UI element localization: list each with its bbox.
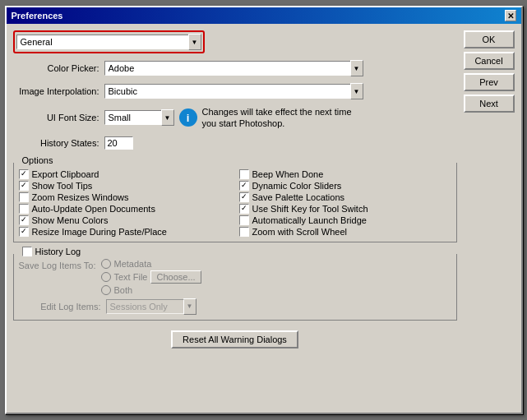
ui-font-arrow[interactable]: ▼ (161, 109, 174, 126)
checkbox-save-palette: Save Palette Locations (239, 192, 451, 202)
radio-text-file: Text File Choose... (101, 270, 201, 284)
save-palette-checkbox[interactable] (239, 192, 249, 202)
cancel-button[interactable]: Cancel (464, 52, 515, 70)
resize-image-checkbox[interactable] (19, 227, 29, 237)
image-interpolation-select-wrapper: Bicubic ▼ (104, 83, 363, 99)
section-select[interactable]: General (16, 35, 189, 49)
ui-font-row: UI Font Size: Small ▼ i Changes will tak… (13, 106, 457, 130)
history-log-body: Save Log Items To: Metadata Text File Ch… (19, 259, 451, 295)
dialog-body: General ▼ Color Picker: Adobe ▼ I (7, 24, 521, 413)
save-palette-label: Save Palette Locations (252, 192, 345, 202)
color-picker-select[interactable]: Adobe (104, 61, 351, 76)
radio-text-file-label: Text File (114, 272, 148, 282)
sessions-arrow[interactable]: ▼ (183, 298, 196, 315)
checkbox-show-tool-tips: Show Tool Tips (19, 181, 231, 191)
edit-log-row: Edit Log Items: Sessions Only ▼ (19, 298, 451, 315)
next-button[interactable]: Next (464, 95, 515, 113)
title-bar: Preferences ✕ (7, 7, 521, 24)
ui-font-select[interactable]: Small (104, 110, 162, 125)
checkbox-auto-launch-bridge: Automatically Launch Bridge (239, 215, 451, 225)
section-select-arrow[interactable]: ▼ (188, 34, 201, 50)
history-log-label: History Log (35, 247, 81, 256)
export-clipboard-checkbox[interactable] (19, 169, 29, 179)
checkbox-beep-when-done: Beep When Done (239, 169, 451, 179)
radio-metadata-label: Metadata (114, 259, 152, 269)
checkbox-dynamic-color-sliders: Dynamic Color Sliders (239, 181, 451, 191)
options-group: Options Export Clipboard Beep When Done (13, 163, 457, 242)
history-log-group: History Log Save Log Items To: Metadata … (13, 254, 457, 321)
zoom-scroll-checkbox[interactable] (239, 227, 249, 237)
sessions-select-wrapper: Sessions Only ▼ (106, 298, 196, 315)
checkbox-shift-key: Use Shift Key for Tool Switch (239, 204, 451, 214)
info-text: Changes will take effect the next time y… (202, 106, 367, 130)
prev-button[interactable]: Prev (464, 73, 515, 91)
section-select-wrapper: General ▼ (16, 34, 201, 50)
shift-key-checkbox[interactable] (239, 204, 249, 214)
radio-metadata-input[interactable] (101, 259, 111, 269)
close-button[interactable]: ✕ (505, 10, 516, 21)
radio-text-file-input[interactable] (101, 272, 111, 282)
preferences-dialog: Preferences ✕ General ▼ Color Picker: (5, 6, 523, 414)
dialog-title: Preferences (12, 11, 63, 21)
checkbox-auto-update: Auto-Update Open Documents (19, 204, 231, 214)
history-log-checkbox[interactable] (22, 247, 32, 256)
color-picker-arrow[interactable]: ▼ (350, 60, 363, 76)
history-states-row: History States: (13, 136, 457, 150)
side-buttons: OK Cancel Prev Next (457, 30, 515, 406)
image-interpolation-arrow[interactable]: ▼ (350, 83, 363, 99)
edit-log-label: Edit Log Items: (19, 302, 101, 312)
options-grid: Export Clipboard Beep When Done Show Too… (19, 169, 451, 237)
radio-metadata: Metadata (101, 259, 201, 269)
history-log-legend: History Log (19, 247, 85, 256)
shift-key-label: Use Shift Key for Tool Switch (252, 204, 368, 214)
resize-image-label: Resize Image During Paste/Place (32, 227, 167, 237)
sessions-select[interactable]: Sessions Only (106, 299, 184, 314)
save-log-label: Save Log Items To: (19, 259, 101, 295)
checkbox-resize-image: Resize Image During Paste/Place (19, 227, 231, 237)
history-states-label: History States: (13, 138, 99, 148)
zoom-resizes-checkbox[interactable] (19, 192, 29, 202)
color-picker-row: Color Picker: Adobe ▼ (13, 60, 457, 76)
choose-button[interactable]: Choose... (150, 270, 201, 284)
main-content: General ▼ Color Picker: Adobe ▼ I (13, 30, 457, 406)
beep-when-done-label: Beep When Done (252, 169, 324, 179)
radio-group: Metadata Text File Choose... Both (101, 259, 201, 295)
dynamic-color-sliders-label: Dynamic Color Sliders (252, 181, 342, 191)
image-interpolation-row: Image Interpolation: Bicubic ▼ (13, 83, 457, 99)
image-interpolation-label: Image Interpolation: (13, 86, 99, 96)
show-tool-tips-checkbox[interactable] (19, 181, 29, 191)
checkbox-show-menu-colors: Show Menu Colors (19, 215, 231, 225)
history-states-input[interactable] (104, 136, 133, 150)
radio-both: Both (101, 285, 201, 295)
show-tool-tips-label: Show Tool Tips (32, 181, 93, 191)
ok-button[interactable]: OK (464, 30, 515, 48)
image-interpolation-select[interactable]: Bicubic (104, 84, 351, 99)
ui-font-select-wrapper: Small ▼ (104, 109, 174, 126)
section-dropdown-highlight: General ▼ (13, 30, 205, 53)
dynamic-color-sliders-checkbox[interactable] (239, 181, 249, 191)
section-dropdown-row: General ▼ (13, 30, 457, 53)
color-picker-label: Color Picker: (13, 63, 99, 73)
beep-when-done-checkbox[interactable] (239, 169, 249, 179)
zoom-resizes-label: Zoom Resizes Windows (32, 192, 129, 202)
reset-button-row: Reset All Warning Dialogs (13, 330, 457, 348)
color-picker-select-wrapper: Adobe ▼ (104, 60, 363, 76)
checkbox-export-clipboard: Export Clipboard (19, 169, 231, 179)
auto-update-label: Auto-Update Open Documents (32, 204, 155, 214)
export-clipboard-label: Export Clipboard (32, 169, 99, 179)
show-menu-colors-label: Show Menu Colors (32, 215, 109, 225)
info-icon: i (179, 108, 197, 127)
auto-launch-bridge-checkbox[interactable] (239, 215, 249, 225)
auto-launch-bridge-label: Automatically Launch Bridge (252, 215, 367, 225)
ui-font-label: UI Font Size: (13, 113, 99, 122)
reset-button[interactable]: Reset All Warning Dialogs (171, 330, 298, 348)
options-group-label: Options (19, 155, 57, 165)
auto-update-checkbox[interactable] (19, 204, 29, 214)
checkbox-zoom-resizes: Zoom Resizes Windows (19, 192, 231, 202)
checkbox-zoom-scroll: Zoom with Scroll Wheel (239, 227, 451, 237)
radio-both-input[interactable] (101, 285, 111, 295)
radio-both-label: Both (114, 285, 133, 295)
show-menu-colors-checkbox[interactable] (19, 215, 29, 225)
zoom-scroll-label: Zoom with Scroll Wheel (252, 227, 348, 237)
